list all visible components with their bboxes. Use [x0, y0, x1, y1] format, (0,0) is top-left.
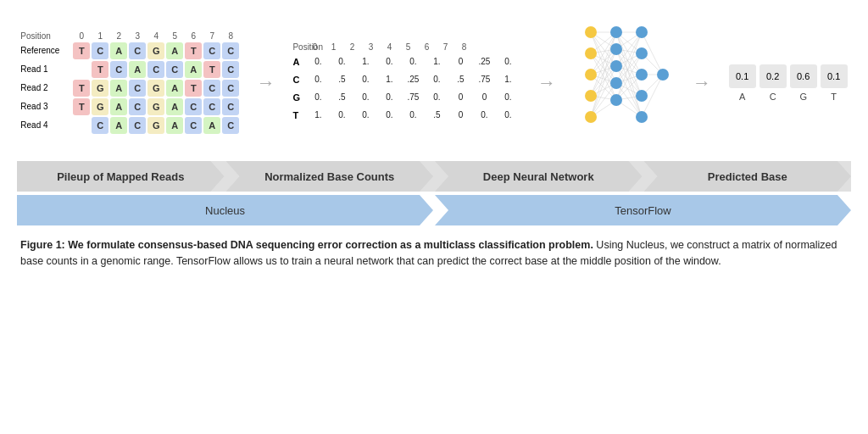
matrix-row: A0.0.1.0.0.1.0.250.	[292, 53, 520, 70]
arrow-nn-to-output: →	[693, 72, 711, 94]
base-cell: A	[129, 61, 146, 78]
pileup-row-label: Read 4	[20, 120, 73, 130]
svg-point-60	[610, 26, 622, 38]
base-cell: T	[185, 80, 202, 97]
matrix-cell: .5	[330, 89, 353, 106]
pileup-position-label: 5	[166, 31, 183, 41]
output-block: 0.10.20.60.1 ACGT	[729, 64, 848, 102]
base-cell: A	[110, 98, 127, 115]
matrix-positions: 012345678	[306, 42, 472, 52]
matrix-cell: .75	[472, 71, 496, 88]
matrix-cell: 0.	[377, 89, 401, 106]
base-cell: A	[110, 80, 127, 97]
matrix-cell: 0.	[496, 53, 520, 70]
matrix-position-label: 0	[306, 42, 323, 52]
nn-layer2	[610, 26, 622, 106]
nn-output-node	[657, 69, 669, 81]
matrix-cell: 0	[448, 89, 472, 106]
base-cell: A	[110, 42, 127, 59]
output-value-box: 0.6	[790, 64, 817, 88]
output-value-box: 0.2	[760, 64, 787, 88]
pileup-row-label: Read 2	[20, 83, 73, 92]
matrix-position-label: Position	[292, 42, 306, 52]
base-cell: C	[166, 61, 183, 78]
output-base-label: T	[821, 92, 848, 102]
base-cell: G	[147, 42, 164, 59]
pileup-row-label: Read 1	[20, 64, 73, 74]
base-cell: T	[92, 61, 108, 78]
matrix-cell: 0.	[353, 71, 377, 88]
matrix-cell: 0.	[306, 89, 330, 106]
base-cell: C	[147, 61, 164, 78]
matrix-row: G0..50.0..750.000.	[292, 89, 520, 106]
base-cell: A	[166, 42, 183, 59]
flow-tensorflow: TensorFlow	[435, 195, 851, 225]
nn-connections	[591, 32, 663, 117]
flow-predicted: Predicted Base	[644, 161, 852, 192]
arrow-matrix-to-nn: →	[537, 72, 556, 94]
neural-network-block	[574, 15, 676, 151]
base-cell: A	[203, 117, 220, 134]
pileup-position-label: 2	[110, 31, 127, 41]
flow-nucleus: Nucleus	[17, 195, 433, 225]
flow-section: Pileup of Mapped Reads Normalized Base C…	[17, 161, 851, 225]
matrix-cell: 0.	[425, 89, 448, 106]
matrix-cell: 0.	[330, 53, 353, 70]
matrix-cell: 1.	[425, 53, 448, 70]
matrix-position-label: 5	[399, 42, 416, 52]
pileup-position-label: 7	[203, 31, 220, 41]
svg-point-61	[610, 43, 622, 55]
base-cell: T	[203, 61, 220, 78]
output-labels: ACGT	[729, 92, 848, 102]
flow-pileup: Pileup of Mapped Reads	[17, 161, 225, 192]
matrix-cell: .25	[401, 71, 425, 88]
svg-point-62	[610, 60, 622, 72]
matrix-cell: 0.	[353, 89, 377, 106]
base-cell: A	[110, 117, 127, 134]
matrix-cell: 0	[448, 53, 472, 70]
matrix-row: T1.0.0.0.0..500.0.	[292, 107, 520, 124]
pileup-rows: ReferenceTCACGATCCRead 1TCACCATCRead 2TG…	[20, 42, 239, 136]
matrix-cell: 0.	[377, 107, 401, 124]
base-cell	[73, 61, 90, 78]
matrix-cell: 1.	[306, 107, 330, 124]
base-cell: G	[147, 98, 164, 115]
matrix-cell: 0.	[353, 107, 377, 124]
matrix-position-label: 7	[437, 42, 453, 52]
svg-point-67	[636, 69, 648, 81]
base-cell: C	[185, 98, 202, 115]
svg-point-63	[610, 77, 622, 89]
base-cell: G	[147, 117, 164, 134]
base-cell	[73, 117, 90, 134]
matrix-cell: 0.	[401, 53, 425, 70]
base-cell: C	[222, 98, 239, 115]
pileup-row: Read 4CACGACAC	[20, 117, 239, 134]
pileup-row-label: Reference	[20, 46, 73, 55]
matrix-cell: 0.	[377, 53, 401, 70]
neural-network-svg	[574, 15, 676, 151]
pileup-position-label: 8	[222, 31, 239, 41]
base-cell: C	[129, 117, 146, 134]
base-cell: T	[73, 98, 90, 115]
output-base-label: A	[729, 92, 756, 102]
matrix-cell: 0.	[330, 107, 353, 124]
svg-point-55	[585, 26, 597, 38]
matrix-row-label: C	[292, 75, 306, 85]
base-cell: C	[203, 42, 220, 59]
matrix-cell: 1.	[353, 53, 377, 70]
matrix-position-label: 8	[455, 42, 472, 52]
flow-row-top: Pileup of Mapped Reads Normalized Base C…	[17, 161, 851, 192]
matrix-cell: 0.	[401, 107, 425, 124]
pileup-position-label: 4	[147, 31, 164, 41]
matrix-cell: 0.	[496, 107, 520, 124]
base-cell: A	[166, 117, 183, 134]
svg-point-59	[585, 111, 597, 123]
main-container: Position 012345678 ReferenceTCACGATCCRea…	[0, 0, 868, 434]
base-cell: A	[166, 80, 183, 97]
base-cell: T	[73, 80, 90, 97]
matrix-cell: 0.	[306, 53, 330, 70]
pileup-row: Read 1TCACCATC	[20, 61, 239, 78]
base-cell: C	[222, 80, 239, 97]
svg-point-58	[585, 90, 597, 102]
matrix-position-label: 4	[381, 42, 398, 52]
